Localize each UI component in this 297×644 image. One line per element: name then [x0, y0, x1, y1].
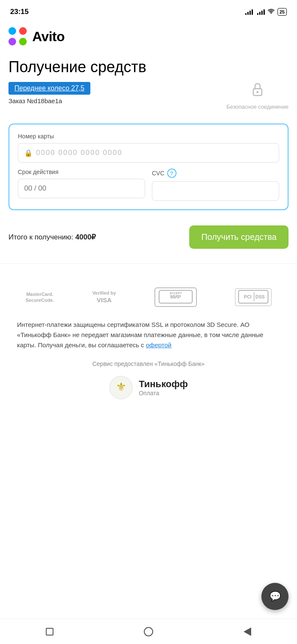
action-row: Итого к получению: 4000₽ Получить средст…	[0, 219, 297, 259]
visa-logo: Verified by VISA	[92, 290, 116, 304]
tinkoff-name-wrap: Тинькофф Оплата	[139, 379, 188, 397]
page-title: Получение средств	[0, 50, 297, 82]
submit-button[interactable]: Получить средства	[189, 225, 289, 249]
mastercard-line1: MasterCard.	[26, 292, 53, 297]
status-icons: 25	[245, 8, 287, 16]
app-name: Avito	[32, 29, 64, 45]
svg-text:ACCEPT: ACCEPT	[169, 292, 182, 295]
nav-spacer	[0, 416, 297, 450]
order-info: Переднее колесо 27,5 Заказ №d18bae1a Без…	[0, 82, 297, 119]
cvc-label: CVC	[152, 170, 165, 177]
signal-icon	[245, 9, 253, 15]
card-number-label: Номер карты	[18, 133, 279, 140]
svg-point-0	[270, 12, 272, 14]
avito-logo-dots	[8, 27, 27, 46]
order-number: Заказ №d18bae1a	[8, 97, 90, 104]
security-description: Интернет-платежи защищены сертификатом S…	[17, 321, 263, 349]
total-amount: 4000₽	[76, 233, 96, 241]
security-section: MasterCard. SecureCode. Verified by VISA…	[0, 268, 297, 416]
status-bar: 23:15 25	[0, 0, 297, 21]
chat-icon: 💬	[269, 591, 281, 602]
dot-green	[19, 38, 27, 45]
back-icon	[244, 627, 251, 636]
total-text: Итого к получению:	[8, 233, 73, 241]
total-display: Итого к получению: 4000₽	[8, 233, 96, 242]
expiry-section: Срок действия	[18, 169, 145, 198]
dot-blue	[8, 27, 16, 35]
svg-text:МИР: МИР	[170, 295, 181, 300]
secure-label: Безопасное соединение	[227, 104, 289, 111]
cvc-info-button[interactable]: ?	[167, 169, 177, 178]
total-label: Итого к получению: 4000₽	[8, 233, 96, 241]
app-header: Avito	[0, 21, 297, 50]
card-number-field[interactable]: 🔒 0000 0000 0000 0000	[18, 143, 279, 163]
wifi-icon	[267, 8, 275, 16]
security-logos: MasterCard. SecureCode. Verified by VISA…	[8, 281, 289, 314]
svg-text:⚜: ⚜	[116, 380, 126, 394]
tinkoff-subtitle: Оплата	[139, 390, 188, 397]
svg-text:PCI: PCI	[244, 295, 252, 300]
dot-red	[19, 27, 27, 35]
battery-indicator: 25	[277, 8, 287, 16]
recents-icon	[46, 628, 53, 636]
svg-text:DSS: DSS	[255, 295, 265, 300]
nav-recents-button[interactable]	[43, 625, 56, 638]
cvc-section: CVC ?	[152, 169, 279, 201]
android-nav-bar	[0, 619, 297, 644]
tinkoff-name: Тинькофф	[139, 379, 188, 390]
home-icon	[144, 627, 153, 636]
expiry-input[interactable]	[18, 179, 145, 198]
expiry-label: Срок действия	[18, 169, 145, 175]
status-time: 23:15	[10, 8, 28, 16]
cvc-label-row: CVC ?	[152, 169, 279, 178]
visa-line2: VISA	[97, 296, 112, 304]
mastercard-logo: MasterCard. SecureCode.	[25, 291, 54, 304]
expiry-cvc-row: Срок действия CVC ?	[18, 169, 279, 201]
svg-point-2	[256, 91, 258, 93]
offer-link[interactable]: офертой	[146, 341, 171, 349]
security-text: Интернет-платежи защищены сертификатом S…	[8, 314, 289, 356]
divider-1	[0, 263, 297, 264]
chat-button[interactable]: 💬	[261, 583, 289, 610]
order-details: Переднее колесо 27,5 Заказ №d18bae1a	[8, 82, 90, 104]
card-number-placeholder: 0000 0000 0000 0000	[36, 149, 122, 157]
tinkoff-emblem-icon: ⚜	[109, 376, 133, 399]
lock-icon	[251, 82, 264, 100]
mir-logo: МИР ACCEPT	[154, 287, 197, 307]
card-number-section: Номер карты 🔒 0000 0000 0000 0000	[18, 133, 279, 163]
dot-purple	[8, 38, 16, 45]
secure-badge: Безопасное соединение	[227, 82, 289, 111]
cvc-input[interactable]	[152, 181, 279, 201]
tinkoff-branding: ⚜ Тинькофф Оплата	[8, 370, 289, 412]
tinkoff-service-text: Сервис предоставлен «Тинькофф Банк»	[8, 356, 289, 370]
card-lock-icon: 🔒	[24, 149, 33, 157]
order-item-link[interactable]: Переднее колесо 27,5	[8, 82, 90, 95]
payment-form: Номер карты 🔒 0000 0000 0000 0000 Срок д…	[8, 124, 289, 210]
pci-logo: PCI DSS	[235, 288, 272, 306]
signal-icon-2	[257, 9, 265, 15]
visa-line1: Verified by	[92, 290, 116, 295]
nav-home-button[interactable]	[142, 625, 155, 638]
nav-back-button[interactable]	[241, 625, 254, 638]
mastercard-line2: SecureCode.	[25, 298, 54, 303]
